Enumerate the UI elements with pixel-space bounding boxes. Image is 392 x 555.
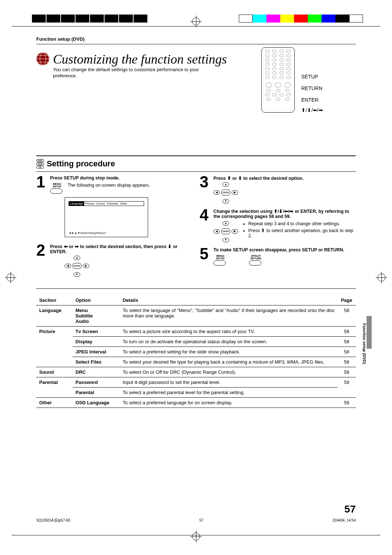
arrow-icons: ⬆/⬇/⬅/➡	[301, 107, 323, 113]
table-row: JPEG IntervalTo select a preferred setti…	[36, 347, 356, 357]
step-1-text: The following on-screen display appears.	[68, 183, 150, 188]
step-4: 4 Change the selection using ⬆/⬇/⬅/➡ or …	[200, 208, 356, 242]
return-button-icon: SP/SLP/ RETURN	[249, 255, 263, 266]
step-4-bullet: Press ⬆ to select another operation, go …	[248, 228, 356, 238]
globe-icon	[36, 52, 49, 65]
table-row: ParentalPasswordInput 4-digit password t…	[36, 377, 356, 387]
table-row: SoundDRCTo select On or Off for DRC (Dyn…	[36, 367, 356, 377]
step-5: 5 To make SETUP screen disappear, press …	[200, 247, 356, 266]
remote-label-setup: SETUP	[301, 71, 322, 82]
setup-button-icon: MENU/ SETUP	[50, 183, 64, 194]
table-row: Select FilesTo select your desired file …	[36, 357, 356, 367]
remote-label-return: RETURN	[301, 82, 322, 94]
thumb-tab	[367, 316, 372, 349]
remote-label-enter: ENTER	[301, 94, 322, 106]
osd-preview: Language Picture Sound Parental Other ◄►…	[65, 197, 148, 237]
remote-diagram: SETUP RETURN ENTER ⬆/⬇/⬅/➡	[261, 47, 356, 113]
setup-button-icon: MENU/ SETUP	[213, 255, 227, 266]
registration-marks	[0, 15, 392, 25]
page-number: 57	[344, 503, 356, 515]
step-1: 1 Press SETUP during stop mode. MENU/ SE…	[36, 175, 192, 239]
table-row: PictureTv ScreenTo select a picture size…	[36, 326, 356, 336]
dpad-icon: ▲▼ ◀▶ ENTER	[65, 256, 89, 277]
divider	[36, 44, 356, 44]
dpad-icon: ▲▼ ◀▶ ENTER	[213, 182, 238, 203]
table-row: OtherOSD LanguageTo select a preferred l…	[36, 397, 356, 408]
step-5-head: To make SETUP screen disappear, press SE…	[213, 247, 356, 252]
disc-badges: DVD VCD CD	[36, 159, 44, 169]
side-tab: Function setup (DVD)	[362, 323, 367, 364]
table-row: ParentalTo select a preferred parental l…	[36, 387, 356, 397]
crosshair-icon	[192, 532, 200, 540]
crosshair-icon	[377, 274, 385, 281]
crosshair-icon	[192, 17, 200, 25]
crosshair-icon	[7, 274, 15, 281]
page-title: Customizing the function settings	[53, 52, 227, 67]
section-header: Function setup (DVD)	[36, 36, 356, 42]
intro-text: You can change the default settings to c…	[53, 67, 220, 79]
step-4-bullet: Repeat step 3 and 4 to change other sett…	[248, 221, 356, 226]
section-title: Setting procedure	[47, 159, 115, 169]
step-3: 3 Press ⬆ or ⬇ to select the desired opt…	[200, 175, 356, 203]
crop-line	[12, 26, 380, 27]
step-1-head: Press SETUP during stop mode.	[50, 175, 192, 181]
options-table: Section Option Details Page LanguageMenu…	[36, 295, 356, 408]
footer: 5Q10501A [E]p57-60 57 20/4/04, 14:54	[36, 518, 356, 522]
table-row: DisplayTo turn on or de-activate the ope…	[36, 336, 356, 347]
dpad-icon: ▲▼ ◀▶ ENTER	[213, 221, 238, 242]
table-row: LanguageMenu Subtitle AudioTo select the…	[36, 305, 356, 326]
step-2: 2 Press ⬅ or ➡ to select the desired sec…	[36, 244, 192, 277]
